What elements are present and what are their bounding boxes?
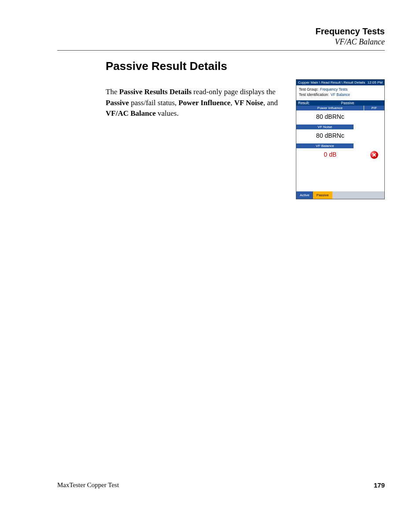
body-text: values. <box>156 109 179 117</box>
device-result-bar: Result: Passive <box>296 100 384 106</box>
device-titlebar: Copper Main \ Read Result \ Result Detai… <box>296 80 384 85</box>
body-bold: Power Influence <box>178 99 230 107</box>
row-vf-balance: 0 dB <box>296 148 384 162</box>
body-text: read-only page displays the <box>192 88 276 96</box>
body-text: , and <box>263 99 278 107</box>
tab-passive[interactable]: Passive <box>313 191 332 199</box>
device-column-headers: Power Influence P/F <box>296 106 384 110</box>
meta-group-label: Test Group: <box>299 87 318 92</box>
page-footer: MaxTester Copper Test 179 <box>57 481 385 489</box>
result-status: Passive <box>311 101 384 105</box>
body-text: pass/fail status, <box>129 99 178 107</box>
vf-balance-value: 0 dB <box>296 148 364 162</box>
vf-noise-value: 80 dBRNc <box>296 129 364 143</box>
vf-balance-pf <box>364 151 384 160</box>
result-label: Result: <box>297 101 311 105</box>
row-power-influence: 80 dBRNc <box>296 110 384 125</box>
device-time: 12:05 PM <box>368 81 383 84</box>
device-meta: Test Group:Frequency Tests Test Identifi… <box>296 85 384 100</box>
row-vf-balance-header: VF Balance <box>296 143 354 148</box>
col-power-influence: Power Influence <box>296 106 364 110</box>
footer-page-number: 179 <box>374 481 385 489</box>
row-vf-noise-header: VF Noise <box>296 125 354 129</box>
device-spacer <box>296 162 384 191</box>
body-text: The <box>106 88 119 96</box>
device-tabs: Active Passive <box>296 191 384 199</box>
meta-id-label: Test Identification: <box>299 92 329 97</box>
tab-active[interactable]: Active <box>296 191 313 199</box>
header-subtitle: VF/AC Balance <box>57 37 385 47</box>
power-influence-value: 80 dBRNc <box>296 110 364 125</box>
device-screenshot: Copper Main \ Read Result \ Result Detai… <box>296 79 385 199</box>
fail-icon <box>370 151 378 159</box>
row-vf-noise: 80 dBRNc <box>296 129 384 143</box>
col-pf: P/F <box>364 106 384 110</box>
body-text: , <box>230 99 234 107</box>
header-title: Frequency Tests <box>57 26 385 37</box>
section-body: The Passive Results Details read-only pa… <box>106 87 296 119</box>
footer-product: MaxTester Copper Test <box>57 481 119 489</box>
body-bold: VF/AC Balance <box>106 109 156 117</box>
meta-group-value: Frequency Tests <box>320 87 347 92</box>
section-title: Passive Result Details <box>106 59 385 73</box>
body-bold: VF Noise <box>234 99 263 107</box>
body-bold: Passive Results Details <box>119 88 192 96</box>
body-bold: Passive <box>106 99 129 107</box>
meta-id-value: VF Balance <box>331 92 350 97</box>
device-breadcrumb: Copper Main \ Read Result \ Result Detai… <box>298 81 365 84</box>
header-rule <box>57 50 385 51</box>
